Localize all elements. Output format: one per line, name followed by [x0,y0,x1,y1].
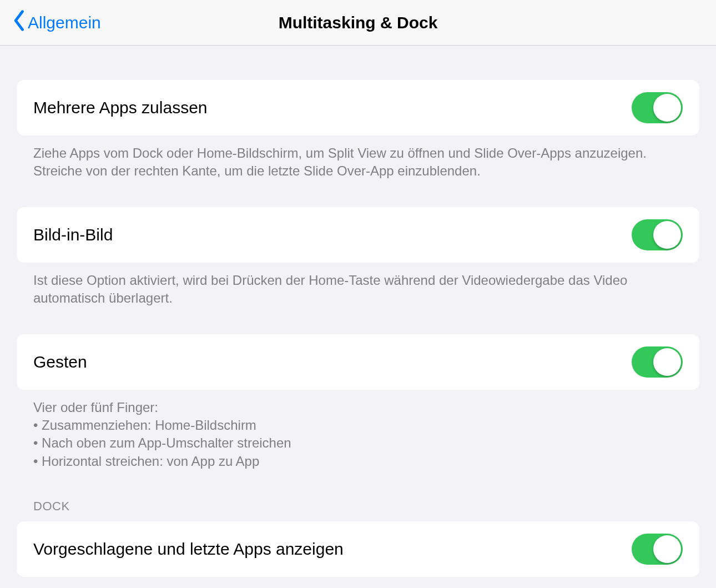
section-header-dock: DOCK [33,499,699,514]
cell-label-pip: Bild-in-Bild [33,225,113,244]
cell-gestures: Gesten [17,334,699,390]
cell-dock-suggested: Vorgeschlagene und letzte Apps anzeigen [17,521,699,577]
switch-dock-suggested[interactable] [632,534,683,565]
switch-multiple-apps[interactable] [632,92,683,123]
cell-multiple-apps: Mehrere Apps zulassen [17,80,699,135]
settings-content: Mehrere Apps zulassen Ziehe Apps vom Doc… [0,80,716,577]
group-dock: DOCK Vorgeschlagene und letzte Apps anze… [17,499,699,577]
footer-multiple-apps: Ziehe Apps vom Dock oder Home-Bildschirm… [33,144,683,180]
navigation-bar: Allgemein Multitasking & Dock [0,0,716,46]
cell-pip: Bild-in-Bild [17,207,699,263]
back-button[interactable]: Allgemein [12,10,101,35]
back-label: Allgemein [28,13,101,32]
gestures-footer-intro: Vier oder fünf Finger: [33,399,683,416]
chevron-left-icon [12,10,27,35]
cell-label-multiple-apps: Mehrere Apps zulassen [33,98,208,117]
footer-gestures: Vier oder fünf Finger: • Zusammenziehen:… [33,399,683,471]
group-pip: Bild-in-Bild Ist diese Option aktiviert,… [17,207,699,308]
group-multiple-apps: Mehrere Apps zulassen Ziehe Apps vom Doc… [17,80,699,180]
page-title: Multitasking & Dock [279,13,438,32]
gestures-footer-bullet3: • Horizontal streichen: von App zu App [33,453,683,470]
group-gestures: Gesten Vier oder fünf Finger: • Zusammen… [17,334,699,471]
gestures-footer-bullet1: • Zusammenziehen: Home-Bildschirm [33,416,683,434]
switch-gestures[interactable] [632,346,683,378]
footer-pip: Ist diese Option aktiviert, wird bei Drü… [33,272,683,308]
switch-pip[interactable] [632,219,683,250]
cell-label-dock-suggested: Vorgeschlagene und letzte Apps anzeigen [33,540,344,559]
cell-label-gestures: Gesten [33,353,87,371]
gestures-footer-bullet2: • Nach oben zum App-Umschalter streichen [33,434,683,452]
